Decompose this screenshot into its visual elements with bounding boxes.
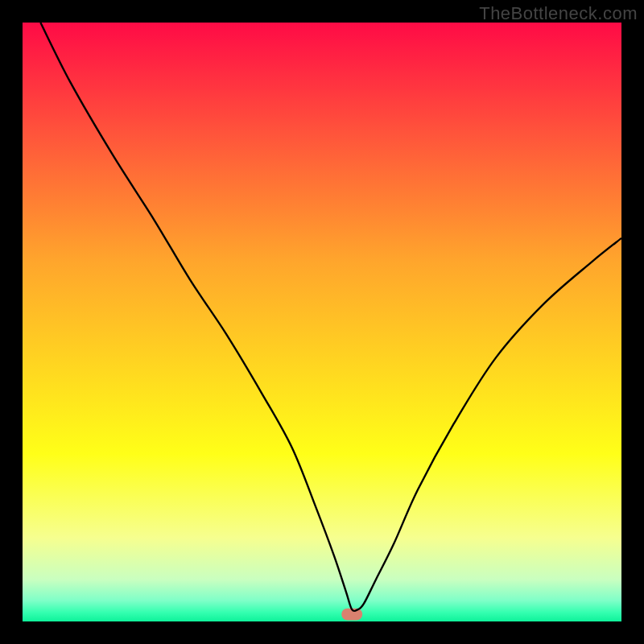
chart-background-gradient: [23, 23, 621, 621]
chart-svg: [23, 23, 621, 621]
bottleneck-chart: [23, 23, 621, 621]
watermark-text: TheBottleneck.com: [479, 3, 638, 24]
